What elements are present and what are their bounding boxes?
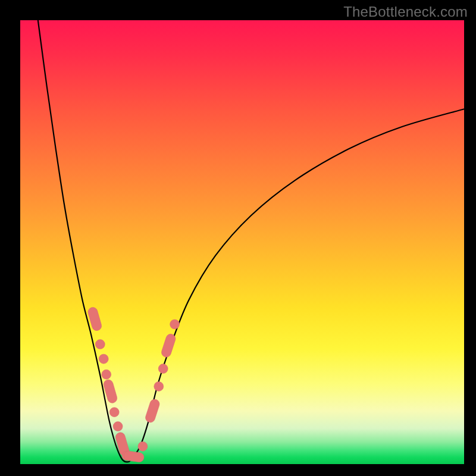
curve-marker (123, 450, 145, 463)
curve-marker (154, 381, 164, 391)
curve-group (38, 20, 464, 462)
curve-marker (95, 340, 105, 349)
chart-frame: TheBottleneck.com (0, 0, 476, 476)
curve-marker (138, 441, 148, 451)
curve-marker (160, 333, 177, 358)
curve-marker (158, 364, 168, 374)
chart-svg (20, 20, 464, 464)
curve-marker (109, 408, 119, 417)
markers-group (87, 306, 180, 463)
curve-marker (170, 320, 180, 329)
plot-area (20, 20, 464, 464)
curve-marker (102, 369, 111, 379)
curve-marker (99, 354, 108, 364)
curve-marker (113, 422, 123, 431)
bottleneck-curve (38, 20, 464, 462)
curve-marker (145, 398, 161, 424)
watermark-text: TheBottleneck.com (343, 4, 468, 20)
